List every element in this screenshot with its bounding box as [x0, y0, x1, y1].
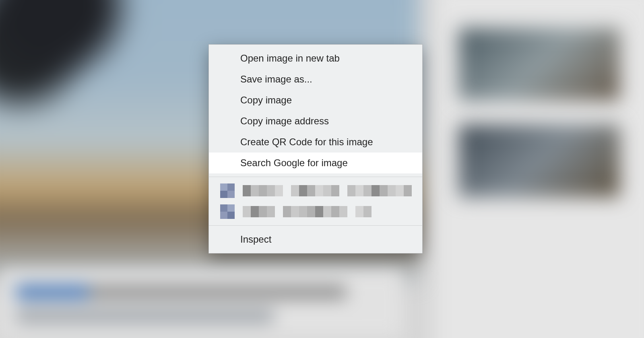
background-thumbnail-blur: [459, 28, 620, 101]
menu-item-copy-image-address[interactable]: Copy image address: [209, 111, 422, 132]
extension-label-obscured: [243, 185, 412, 196]
screenshot-stage: Open image in new tab Save image as... C…: [0, 0, 644, 338]
menu-item-label: Copy image address: [240, 115, 329, 127]
background-thumbnail-blur: [459, 125, 620, 197]
menu-item-extension-obscured[interactable]: [209, 180, 422, 201]
extension-icon: [220, 204, 235, 219]
image-context-menu: Open image in new tab Save image as... C…: [208, 44, 423, 254]
menu-item-label: Inspect: [240, 234, 271, 245]
menu-item-save-image-as[interactable]: Save image as...: [209, 69, 422, 90]
background-caption-blur: [0, 270, 402, 338]
menu-item-extension-obscured[interactable]: [209, 201, 422, 222]
menu-separator: [209, 177, 422, 177]
menu-item-label: Search Google for image: [240, 157, 348, 169]
menu-item-inspect[interactable]: Inspect: [209, 229, 422, 250]
extension-icon: [220, 183, 235, 198]
menu-item-label: Create QR Code for this image: [240, 136, 373, 148]
menu-item-label: Copy image: [240, 95, 292, 106]
menu-item-label: Open image in new tab: [240, 53, 340, 64]
extension-label-obscured: [243, 206, 372, 217]
menu-item-search-google-for-image[interactable]: Search Google for image: [209, 153, 422, 173]
menu-separator: [209, 225, 422, 226]
menu-item-label: Save image as...: [240, 74, 312, 85]
menu-item-open-image-new-tab[interactable]: Open image in new tab: [209, 48, 422, 69]
menu-item-copy-image[interactable]: Copy image: [209, 90, 422, 111]
menu-item-create-qr-code[interactable]: Create QR Code for this image: [209, 132, 422, 153]
